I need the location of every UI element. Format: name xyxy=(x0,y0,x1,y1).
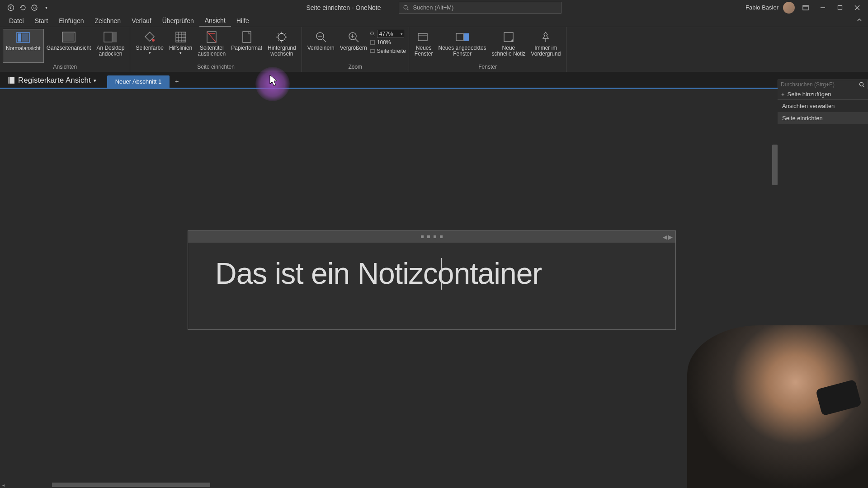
svg-point-3 xyxy=(35,7,35,7)
search-placeholder: Suchen (Alt+M) xyxy=(413,4,453,11)
zoom-value-row[interactable]: ▾ xyxy=(370,30,406,38)
collapse-ribbon-icon[interactable] xyxy=(856,17,863,23)
svg-rect-51 xyxy=(418,33,427,41)
title-bar: ▾ Seite einrichten - OneNote Suchen (Alt… xyxy=(0,0,868,15)
svg-rect-50 xyxy=(370,50,375,52)
resize-right-icon[interactable]: ▸ xyxy=(668,231,673,242)
tab-ansicht[interactable]: Ansicht xyxy=(199,15,231,27)
dock-desktop-button[interactable]: An Desktop andocken xyxy=(94,29,127,63)
svg-line-37 xyxy=(284,40,286,41)
rule-lines-icon xyxy=(174,30,188,44)
page-icon xyxy=(370,40,375,45)
new-window-button[interactable]: Neues Fenster xyxy=(412,29,436,63)
search-icon[interactable] xyxy=(856,82,868,88)
qat-dropdown-icon[interactable]: ▾ xyxy=(42,4,50,12)
svg-line-5 xyxy=(407,9,409,10)
undo-icon[interactable] xyxy=(19,4,27,12)
zoom-100-button[interactable]: 100% xyxy=(370,38,406,47)
svg-rect-20 xyxy=(176,32,186,42)
svg-rect-17 xyxy=(104,32,112,42)
zoom-out-icon xyxy=(314,30,328,44)
search-box[interactable]: Suchen (Alt+M) xyxy=(399,2,561,14)
ribbon-display-icon[interactable] xyxy=(799,4,812,12)
plus-icon: + xyxy=(781,91,785,98)
ribbon-group-page-setup-title: Seite einrichten xyxy=(133,63,298,71)
page-canvas[interactable]: ◂ ▸ Das ist ein Notizcontainer xyxy=(0,90,778,480)
background-icon xyxy=(274,30,289,44)
new-docked-window-button[interactable]: Neues angedocktes Fenster xyxy=(436,29,489,63)
fullpage-view-button[interactable]: Ganzseitenansicht xyxy=(44,29,94,63)
hide-title-icon xyxy=(204,30,219,44)
svg-point-2 xyxy=(33,7,33,7)
page-width-button[interactable]: Seitenbreite xyxy=(370,47,406,55)
svg-rect-18 xyxy=(113,32,117,42)
svg-point-31 xyxy=(278,33,285,41)
note-container-header[interactable]: ◂ ▸ xyxy=(188,231,675,243)
note-container[interactable]: ◂ ▸ Das ist ein Notizcontainer xyxy=(188,230,676,330)
svg-line-38 xyxy=(278,40,279,41)
resize-left-icon[interactable]: ◂ xyxy=(663,231,667,242)
ribbon-group-views: Normalansicht Ganzseitenansicht An Deskt… xyxy=(0,27,130,72)
chevron-down-icon: ▾ xyxy=(149,51,151,56)
minimize-button[interactable] xyxy=(816,4,829,12)
text-cursor xyxy=(441,258,442,290)
paper-size-icon xyxy=(240,30,254,44)
ribbon-group-views-title: Ansichten xyxy=(3,63,127,71)
maximize-button[interactable] xyxy=(834,4,846,12)
notebook-dropdown[interactable]: Registerkarte Ansicht ▾ xyxy=(5,76,102,88)
svg-rect-54 xyxy=(464,33,469,41)
page-color-button[interactable]: Seitenfarbe ▾ xyxy=(133,29,166,63)
webcam-overlay xyxy=(687,325,868,488)
normal-view-icon xyxy=(16,30,30,45)
touch-mode-icon[interactable] xyxy=(30,4,38,12)
svg-line-46 xyxy=(355,39,359,42)
page-search[interactable] xyxy=(778,80,868,89)
rule-lines-button[interactable]: Hilfslinien ▾ xyxy=(166,29,195,63)
page-list-item[interactable]: Seite einrichten xyxy=(778,112,868,124)
always-on-top-button[interactable]: Immer im Vordergrund xyxy=(528,29,563,63)
section-tab[interactable]: Neuer Abschnitt 1 xyxy=(107,75,170,88)
tab-verlauf[interactable]: Verlauf xyxy=(126,15,157,26)
user-name[interactable]: Fabio Basler xyxy=(745,4,778,11)
ribbon-group-zoom: Verkleinern Vergrößern ▾ 100% Seitenbrei… xyxy=(302,27,409,72)
ribbon: Normalansicht Ganzseitenansicht An Deskt… xyxy=(0,27,868,72)
chevron-down-icon[interactable]: ▾ xyxy=(401,32,403,36)
zoom-icon xyxy=(370,31,375,37)
window-title: Seite einrichten - OneNote xyxy=(307,4,381,11)
tab-datei[interactable]: Datei xyxy=(4,15,29,26)
scroll-left-icon[interactable]: ◂ xyxy=(0,482,6,488)
tab-hilfe[interactable]: Hilfe xyxy=(231,15,255,26)
svg-point-47 xyxy=(370,32,373,35)
background-button[interactable]: Hintergrund wechseln xyxy=(265,29,299,63)
svg-rect-58 xyxy=(8,77,10,84)
notebook-icon xyxy=(7,76,15,84)
tab-einfuegen[interactable]: Einfügen xyxy=(53,15,89,26)
add-section-button[interactable]: + xyxy=(175,78,179,88)
tab-ueberpruefen[interactable]: Überprüfen xyxy=(157,15,199,26)
page-list-item[interactable]: Ansichten verwalten xyxy=(778,100,868,112)
note-text[interactable]: Das ist ein Notizcontainer xyxy=(188,243,675,304)
back-icon[interactable] xyxy=(7,4,15,12)
page-search-input[interactable] xyxy=(778,81,856,88)
microphone xyxy=(816,379,862,416)
dock-desktop-icon xyxy=(103,30,118,44)
scroll-thumb[interactable] xyxy=(52,483,210,487)
normal-view-button[interactable]: Normalansicht xyxy=(3,29,44,63)
add-page-button[interactable]: + Seite hinzufügen xyxy=(778,89,868,100)
tab-start[interactable]: Start xyxy=(29,15,54,26)
vertical-scrollbar[interactable] xyxy=(772,145,778,185)
close-button[interactable] xyxy=(851,4,863,12)
menu-tabs: Datei Start Einfügen Zeichnen Verlauf Üb… xyxy=(0,15,868,27)
hide-title-button[interactable]: Seitentitel ausblenden xyxy=(195,29,228,63)
zoom-in-button[interactable]: Vergrößern xyxy=(337,29,370,63)
zoom-out-button[interactable]: Verkleinern xyxy=(305,29,337,63)
fullpage-view-icon xyxy=(61,30,76,44)
zoom-input[interactable] xyxy=(377,30,404,38)
tab-zeichnen[interactable]: Zeichnen xyxy=(90,15,127,26)
paper-size-button[interactable]: Papierformat xyxy=(228,29,265,63)
avatar[interactable] xyxy=(783,2,795,14)
drag-handle-icon[interactable] xyxy=(421,235,443,238)
notebook-name: Registerkarte Ansicht xyxy=(18,76,91,85)
quick-note-button[interactable]: Neue schnelle Notiz xyxy=(489,29,528,63)
svg-rect-16 xyxy=(63,33,74,41)
